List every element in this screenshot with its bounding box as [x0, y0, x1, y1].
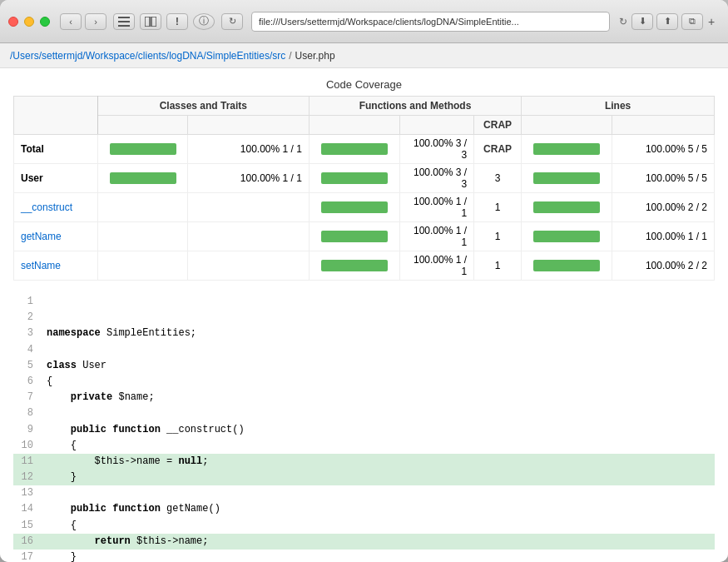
new-window-button[interactable]: ⧉: [681, 13, 703, 30]
method-link[interactable]: setName: [21, 260, 61, 271]
code-line: 12 }: [13, 470, 715, 485]
code-line: 3namespace SimpleEntities;: [13, 326, 715, 341]
classes-bar-cell: [97, 251, 188, 281]
method-link[interactable]: getName: [21, 231, 62, 242]
coverage-table: Classes and Traits Functions and Methods…: [13, 96, 715, 281]
progress-bar: [110, 143, 176, 155]
sub-lines-bar: [522, 116, 612, 135]
line-content: $this->name = null;: [43, 454, 715, 470]
traffic-lights: [8, 17, 50, 27]
progress-bar: [110, 172, 176, 184]
classes-bar-cell: [97, 222, 188, 251]
share-button[interactable]: ⬆: [656, 13, 678, 30]
close-button[interactable]: [8, 17, 18, 27]
code-line: 5class User: [13, 358, 715, 374]
minimize-button[interactable]: [24, 17, 34, 27]
line-number: 1: [13, 294, 43, 310]
code-line: 9 public function __construct(): [13, 422, 715, 438]
code-line: 16 return $this->name;: [13, 534, 715, 550]
refresh-button[interactable]: ↻: [615, 13, 631, 30]
code-line: 2: [13, 310, 715, 326]
sub-classes-pct-ratio: [188, 116, 310, 135]
line-content: }: [43, 470, 715, 485]
coverage-row: getName100.00% 1 / 11100.00% 1 / 1: [14, 222, 715, 251]
alert-icon[interactable]: !: [166, 13, 188, 30]
titlebar: ‹ › ! ⓘ ↻ file:///Users/settermjd/Worksp…: [0, 0, 728, 43]
nav-buttons: ‹ ›: [60, 13, 106, 30]
method-link[interactable]: __construct: [21, 201, 72, 213]
new-tab-button[interactable]: +: [703, 13, 720, 30]
progress-bar: [321, 143, 388, 155]
maximize-button[interactable]: [40, 17, 50, 27]
line-number: 7: [13, 390, 43, 405]
row-label: Total: [14, 135, 98, 164]
code-line: 8: [13, 405, 715, 421]
classes-pct-cell: 100.00% 1 / 1: [188, 164, 310, 193]
row-label: User: [14, 164, 98, 193]
classes-pct-cell: 100.00% 1 / 1: [188, 135, 310, 164]
sub-classes-bar: [97, 116, 188, 135]
lines-pct-cell: 100.00% 5 / 5: [612, 164, 714, 193]
coverage-row: User100.00% 1 / 1100.00% 3 / 33100.00% 5…: [14, 164, 715, 193]
funcs-pct-cell: 100.00% 3 / 3: [399, 135, 474, 164]
main-content: Code Coverage Classes and Traits Functio…: [0, 68, 728, 562]
crap-cell: CRAP: [474, 135, 522, 164]
progress-bar: [321, 172, 388, 184]
line-content: [43, 310, 715, 326]
download-button[interactable]: ⬇: [631, 13, 653, 30]
line-number: 11: [13, 454, 43, 470]
sub-crap: CRAP: [474, 116, 522, 135]
funcs-bar-cell: [309, 135, 399, 164]
breadcrumb-file: User.php: [295, 50, 335, 62]
funcs-pct-cell: 100.00% 1 / 1: [399, 222, 474, 251]
coverage-title: Code Coverage: [13, 78, 715, 91]
crap-cell: 3: [474, 164, 522, 193]
funcs-pct-cell: 100.00% 3 / 3: [399, 164, 474, 193]
address-bar[interactable]: file:///Users/settermjd/Workspace/client…: [251, 12, 610, 32]
code-line: 1: [13, 294, 715, 310]
line-content: return $this->name;: [43, 534, 715, 550]
line-content: private $name;: [43, 390, 715, 405]
line-content: {: [43, 518, 715, 534]
line-number: 4: [13, 342, 43, 358]
progress-bar: [321, 201, 388, 213]
sub-lines-pct-ratio: [612, 116, 714, 135]
line-content: {: [43, 374, 715, 390]
progress-bar: [533, 260, 600, 271]
crap-cell: 1: [474, 251, 522, 281]
line-content: [43, 342, 715, 358]
crap-cell: 1: [474, 193, 522, 222]
lines-bar-cell: [522, 251, 612, 281]
view-icon[interactable]: [113, 13, 135, 30]
progress-bar: [321, 260, 388, 271]
code-line: 13: [13, 485, 715, 501]
code-line: 10 {: [13, 438, 715, 454]
layout-icon[interactable]: [140, 13, 161, 30]
reload-icon[interactable]: ↻: [221, 13, 243, 30]
line-number: 12: [13, 470, 43, 485]
progress-bar: [533, 231, 600, 242]
sub-funcs-bar: [309, 116, 399, 135]
funcs-bar-cell: [309, 222, 399, 251]
line-content: }: [43, 550, 715, 562]
back-button[interactable]: ‹: [60, 13, 82, 30]
progress-bar: [533, 201, 600, 213]
line-number: 13: [13, 485, 43, 501]
lines-bar-cell: [522, 193, 612, 222]
breadcrumb-path[interactable]: /Users/settermjd/Workspace/clients/logDN…: [10, 50, 285, 62]
crap-cell: 1: [474, 222, 522, 251]
line-content: class User: [43, 358, 715, 374]
code-line: 11 $this->name = null;: [13, 454, 715, 470]
forward-button[interactable]: ›: [85, 13, 106, 30]
code-line: 6{: [13, 374, 715, 390]
info-icon[interactable]: ⓘ: [193, 13, 215, 30]
classes-bar-cell: [97, 193, 188, 222]
line-number: 17: [13, 550, 43, 562]
coverage-row: Total100.00% 1 / 1100.00% 3 / 3CRAP100.0…: [14, 135, 715, 164]
svg-rect-2: [118, 25, 130, 27]
line-number: 9: [13, 422, 43, 438]
funcs-bar-cell: [309, 251, 399, 281]
line-number: 14: [13, 501, 43, 517]
classes-pct-cell: [188, 222, 310, 251]
funcs-bar-cell: [309, 164, 399, 193]
